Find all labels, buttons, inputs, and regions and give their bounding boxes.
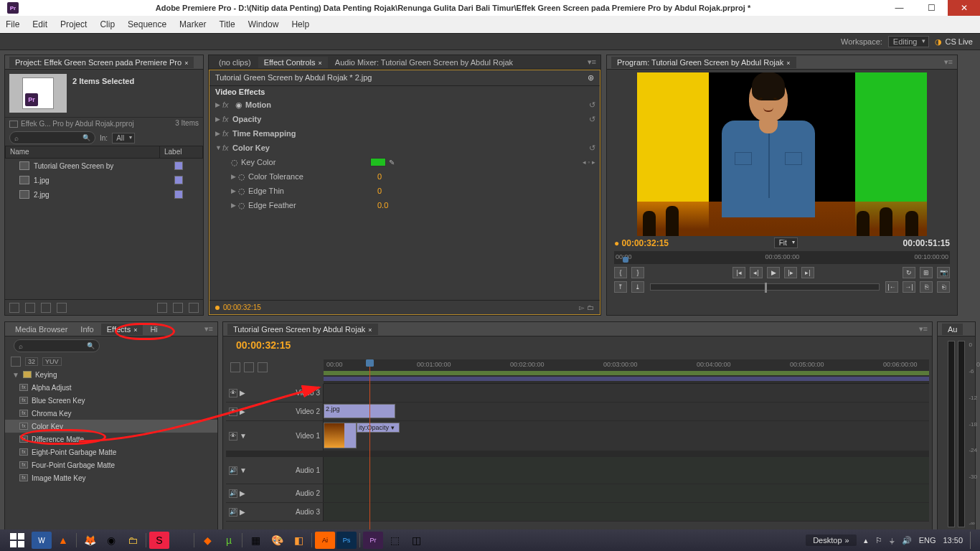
panel-menu-icon[interactable]: ▾≡ xyxy=(588,57,596,67)
menu-help[interactable]: Help xyxy=(291,19,309,29)
snap-icon[interactable] xyxy=(230,362,240,372)
track-video-2[interactable]: 👁▶Video 2 2.jpg xyxy=(226,402,929,421)
step-fwd-button[interactable]: |▸ xyxy=(784,267,797,278)
desktop-toolbar[interactable]: Desktop» xyxy=(806,534,856,546)
ec-edge-thin[interactable]: ▶◌Edge Thin0 xyxy=(209,184,600,198)
taskbar-explorer-icon[interactable]: 🗀 xyxy=(123,532,143,549)
effects-tab[interactable]: Effects× xyxy=(101,324,143,335)
effect-chroma-key[interactable]: fxChroma Key xyxy=(5,407,217,420)
tray-lang[interactable]: ENG xyxy=(919,536,936,545)
track-audio-2[interactable]: 🔊▶Audio 2 xyxy=(226,484,929,503)
extract-button[interactable]: ⤓ xyxy=(631,281,644,293)
menu-clip[interactable]: Clip xyxy=(100,19,115,29)
key-color-swatch[interactable] xyxy=(370,158,386,166)
track-audio-3[interactable]: 🔊▶Audio 3 xyxy=(226,503,929,522)
eyedropper-icon[interactable]: ✎ xyxy=(389,159,395,166)
timeline-panel-menu-icon[interactable]: ▾≡ xyxy=(919,324,928,334)
taskbar-premiere-icon[interactable]: Pr xyxy=(363,532,383,549)
tray-volume-icon[interactable]: 🔊 xyxy=(902,536,912,545)
export-frame-button[interactable]: 📷 xyxy=(937,267,950,278)
taskbar-word-icon[interactable]: W xyxy=(32,532,52,549)
project-tab[interactable]: Project: Effek Green Screen pada Premier… xyxy=(9,57,194,68)
effect-color-key[interactable]: fxColor Key xyxy=(5,420,217,433)
taskbar-paint-icon[interactable]: 🎨 xyxy=(267,532,287,549)
audio-mixer-tab[interactable]: Audio Mixer: Tutorial Green Screen by Ab… xyxy=(329,57,519,68)
maximize-button[interactable]: ☐ xyxy=(915,0,948,16)
wrench-icon[interactable] xyxy=(258,362,268,372)
taskbar-photoshop-icon[interactable]: Ps xyxy=(336,532,357,549)
insert-button[interactable]: ⎘ xyxy=(920,281,933,293)
shuttle-slider[interactable] xyxy=(650,283,880,291)
list-view-icon[interactable] xyxy=(9,303,19,313)
track-video-1[interactable]: 👁▼Video 1 1.jpg ity:Opacity ▾ xyxy=(226,421,929,451)
next-edit-button[interactable]: →| xyxy=(903,281,915,293)
tray-network-icon[interactable]: ⏚ xyxy=(890,536,895,545)
project-item-sequence[interactable]: Tutorial Green Screen by xyxy=(5,159,203,173)
ec-keycolor[interactable]: ◌Key Color✎◂ ◦ ▸ xyxy=(209,155,600,169)
column-name[interactable]: Name xyxy=(6,146,159,158)
taskbar-chrome-icon[interactable]: ◉ xyxy=(101,532,121,549)
taskbar-app6-icon[interactable]: ⬚ xyxy=(385,532,405,549)
audio-tab[interactable]: Au xyxy=(942,324,963,335)
trash-icon[interactable] xyxy=(189,303,199,313)
history-tab[interactable]: Hi xyxy=(144,324,163,335)
timeline-timecode[interactable]: 00:00:32:15 xyxy=(236,339,291,351)
badge-32[interactable]: 32 xyxy=(25,357,38,366)
taskbar-app4-icon[interactable]: ▦ xyxy=(245,532,265,549)
badge-yuv[interactable]: YUV xyxy=(42,357,62,366)
minimize-button[interactable]: — xyxy=(883,0,915,16)
tray-clock[interactable]: 13:50 xyxy=(943,536,963,545)
effect-difference-matte[interactable]: fxDifference Matte xyxy=(5,433,217,446)
menu-edit[interactable]: Edit xyxy=(32,19,47,29)
new-item-icon[interactable] xyxy=(173,303,183,313)
ec-opacity[interactable]: ▶fxOpacity↺ xyxy=(209,112,600,126)
effects-folder-keying[interactable]: ▼Keying xyxy=(5,368,217,381)
lift-button[interactable]: ⤒ xyxy=(614,281,627,293)
marker-icon[interactable] xyxy=(244,362,254,372)
program-tab[interactable]: Program: Tutorial Green Screen by Abdul … xyxy=(611,57,796,68)
media-browser-tab[interactable]: Media Browser xyxy=(9,324,73,335)
effect-controls-tab[interactable]: Effect Controls× xyxy=(258,57,328,68)
timeline-tab[interactable]: Tutorial Green Screen by Abdul Rojak× xyxy=(227,324,378,335)
column-label[interactable]: Label xyxy=(159,146,202,158)
project-item-1jpg[interactable]: 1.jpg xyxy=(5,173,203,187)
effects-panel-menu-icon[interactable]: ▾≡ xyxy=(204,324,213,334)
effect-four-point-garbage-matte[interactable]: fxFour-Point Garbage Matte xyxy=(5,458,217,471)
project-search-input[interactable]: ⌕ xyxy=(9,131,95,144)
taskbar-app5-icon[interactable]: ◧ xyxy=(288,532,308,549)
taskbar-firefox-icon[interactable]: 🦊 xyxy=(80,532,100,549)
ec-time-remap[interactable]: ▶fxTime Remapping xyxy=(209,126,600,141)
clip-1jpg[interactable]: 1.jpg xyxy=(324,423,357,448)
info-tab[interactable]: Info xyxy=(75,324,99,335)
find-icon[interactable] xyxy=(57,303,67,313)
effect-image-matte-key[interactable]: fxImage Matte Key xyxy=(5,471,217,484)
menu-marker[interactable]: Marker xyxy=(179,19,206,29)
close-button[interactable]: ✕ xyxy=(948,0,980,16)
menu-file[interactable]: File xyxy=(6,19,19,29)
taskbar-app3-icon[interactable]: ◆ xyxy=(197,532,217,549)
ec-colorkey[interactable]: ▼fxColor Key↺ xyxy=(209,141,600,155)
effect-blue-screen-key[interactable]: fxBlue Screen Key xyxy=(5,394,217,407)
play-button[interactable]: ▶ xyxy=(767,267,780,278)
overwrite-button[interactable]: ⎗ xyxy=(937,281,950,293)
taskbar-utorrent-icon[interactable]: µ xyxy=(219,532,239,549)
workspace-selector[interactable]: Editing xyxy=(888,36,930,47)
show-desktop-button[interactable] xyxy=(970,532,976,549)
go-start-button[interactable]: |◂ xyxy=(732,267,745,278)
project-item-2jpg[interactable]: 2.jpg xyxy=(5,187,203,202)
menu-window[interactable]: Window xyxy=(248,19,279,29)
loop-button[interactable]: ↻ xyxy=(903,267,915,278)
program-ruler[interactable]: 00:00 00:05:00:00 00:10:00:00 xyxy=(614,251,950,264)
track-audio-1[interactable]: 🔊▼Audio 1 xyxy=(226,457,929,484)
source-noclips-tab[interactable]: (no clips) xyxy=(213,57,257,68)
menu-sequence[interactable]: Sequence xyxy=(128,19,166,29)
program-panel-menu-icon[interactable]: ▾≡ xyxy=(944,57,953,67)
menu-project[interactable]: Project xyxy=(60,19,87,29)
ec-tolerance[interactable]: ▶◌Color Tolerance0 xyxy=(209,169,600,184)
effect-eight-point-garbage-matte[interactable]: fxEight-Point Garbage Matte xyxy=(5,446,217,458)
start-button[interactable] xyxy=(4,531,30,550)
effect-alpha-adjust[interactable]: fxAlpha Adjust xyxy=(5,381,217,394)
fx-badge-icon[interactable] xyxy=(11,357,21,367)
program-monitor-view[interactable] xyxy=(637,72,927,236)
timeline-playhead[interactable] xyxy=(369,359,370,543)
